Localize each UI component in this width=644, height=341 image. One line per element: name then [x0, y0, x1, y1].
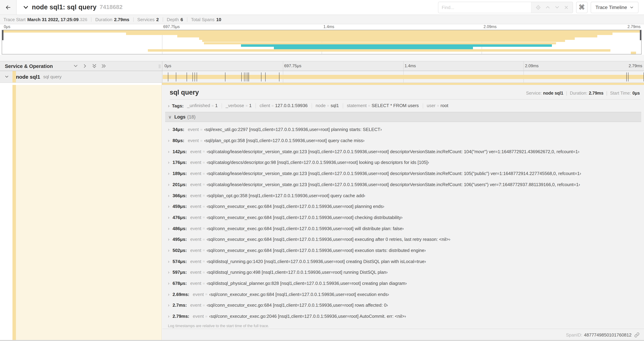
collapse-one-icon[interactable] [73, 63, 78, 69]
log-equals: = [203, 182, 205, 187]
trace-meta-bar: Trace Start March 31 2022, 17:25:09.326 … [0, 15, 644, 24]
log-row[interactable]: ›678μs:event=‹sql/distsql_physical_plann… [165, 278, 641, 289]
log-expand-chevron-icon[interactable]: › [168, 292, 170, 297]
log-timestamp: 2.79ms: [172, 314, 190, 319]
log-expand-chevron-icon[interactable]: › [168, 226, 170, 231]
minimap-span-bar [631, 52, 636, 54]
log-row[interactable]: ›80μs:event=‹sql/plan_opt.go:358 [nsql1,… [165, 135, 641, 146]
expand-one-icon[interactable] [82, 63, 88, 69]
trace-view-selector[interactable]: Trace Timeline [590, 2, 638, 13]
log-expand-chevron-icon[interactable]: › [168, 215, 170, 220]
log-equals: = [203, 248, 205, 252]
span-bar-cell[interactable] [162, 71, 644, 83]
log-timestamp: 495μs: [172, 237, 187, 242]
back-button[interactable] [0, 0, 16, 15]
log-timestamp: 502μs: [172, 248, 187, 253]
tag-equals: = [327, 104, 329, 108]
collapse-trace-chevron-icon[interactable] [23, 4, 29, 10]
log-equals: = [203, 226, 205, 230]
log-expand-chevron-icon[interactable]: › [168, 270, 170, 275]
log-row[interactable]: ›502μs:event=‹sql/conn_executor_exec.go:… [165, 245, 641, 256]
log-timestamp: 574μs: [172, 259, 187, 264]
logs-section-header[interactable]: ∨ Logs (18) [165, 112, 641, 122]
span-id-value: 4877749850101760812 [584, 332, 632, 337]
log-row[interactable]: ›574μs:event=‹sql/distsql_running.go:142… [165, 256, 641, 267]
log-expand-chevron-icon[interactable]: › [168, 182, 170, 187]
log-expand-chevron-icon[interactable]: › [168, 127, 170, 132]
tick-label: 697.75μs [163, 25, 180, 29]
log-expand-chevron-icon[interactable]: › [168, 248, 170, 253]
log-event-tick [197, 72, 197, 82]
log-equals: = [205, 314, 208, 318]
span-duration-bar[interactable] [163, 75, 644, 79]
log-field-key: event [190, 270, 201, 275]
log-expand-chevron-icon[interactable]: › [168, 193, 170, 198]
minimap-left-drag-handle[interactable] [2, 30, 4, 40]
log-row[interactable]: ›34μs:event=‹sql/exec_util.go:2297 [nsql… [165, 124, 641, 135]
service-operation-header: Service & Operation [0, 61, 162, 71]
log-expand-chevron-icon[interactable]: › [168, 149, 170, 154]
copy-span-link-icon[interactable] [634, 332, 640, 337]
log-event-tick [194, 72, 195, 82]
log-expand-chevron-icon[interactable]: › [168, 314, 170, 319]
log-row[interactable]: ›366μs:event=‹sql/plan_opt.go:358 [nsql1… [165, 190, 641, 201]
span-color-stripe [12, 71, 16, 83]
log-row[interactable]: ›476μs:event=‹sql/conn_executor_exec.go:… [165, 212, 641, 223]
keyboard-shortcuts-button[interactable]: ⌘ [576, 2, 588, 13]
tag-item: _verbose=1 [226, 103, 252, 108]
log-row[interactable]: ›459μs:event=‹sql/conn_executor_exec.go:… [165, 201, 641, 212]
prev-match-icon[interactable] [545, 5, 550, 10]
span-row-name-cell[interactable]: node sql1 sql query [0, 71, 162, 83]
tags-label: Tags: [172, 103, 184, 108]
clear-find-icon[interactable] [564, 5, 568, 10]
span-collapse-chevron-icon[interactable] [4, 75, 9, 79]
log-row[interactable]: ›176μs:event=‹sql/catalog/descs/descript… [165, 157, 641, 168]
tags-expand-chevron-icon[interactable]: › [168, 103, 170, 109]
log-row[interactable]: ›597μs:event=‹sql/distsql_running.go:498… [165, 267, 641, 278]
tick-label: 2.79ms [628, 63, 642, 68]
command-icon: ⌘ [578, 4, 585, 11]
log-event-tick [626, 72, 627, 82]
log-expand-chevron-icon[interactable]: › [168, 259, 170, 264]
log-expand-chevron-icon[interactable]: › [168, 204, 170, 209]
header-controls: ⌘ Trace Timeline [438, 2, 638, 13]
log-equals: = [203, 193, 205, 198]
trace-duration: Duration 2.79ms [96, 17, 129, 22]
log-expand-chevron-icon[interactable]: › [168, 303, 170, 308]
next-match-icon[interactable] [554, 5, 559, 10]
log-row[interactable]: ›2.7ms:event=‹sql/conn_executor_exec.go:… [165, 300, 641, 311]
log-row[interactable]: ›2.69ms:event=‹sql/conn_executor_exec.go… [165, 289, 641, 300]
log-row[interactable]: ›2.79ms:event=‹sql/conn_executor_exec.go… [165, 311, 641, 322]
trace-minimap[interactable] [2, 30, 642, 54]
log-row[interactable]: ›142μs:event=‹sql/catalog/lease/descript… [165, 146, 641, 157]
log-event-value: ‹sql/conn_executor_exec.go:684 [nsql1,cl… [207, 303, 388, 308]
log-timestamp: 201μs: [172, 182, 187, 187]
collapse-all-icon[interactable] [92, 63, 97, 69]
locate-match-icon[interactable] [536, 5, 541, 10]
span-service-name: node sql1 [16, 74, 40, 80]
log-expand-chevron-icon[interactable]: › [168, 171, 170, 176]
minimap-span-bar [126, 33, 612, 35]
log-event-value: ‹sql/distsql_physical_planner.go:828 [ns… [207, 281, 407, 286]
log-field-key: event [190, 259, 201, 264]
find-input[interactable] [438, 2, 531, 13]
divider [342, 103, 343, 109]
log-event-value: ‹sql/conn_executor_exec.go:684 [nsql1,cl… [209, 292, 389, 297]
log-row[interactable]: ›486μs:event=‹sql/conn_executor_exec.go:… [165, 223, 641, 234]
log-field-key: event [190, 160, 201, 165]
log-expand-chevron-icon[interactable]: › [168, 281, 170, 286]
log-expand-chevron-icon[interactable]: › [168, 160, 170, 165]
tags-row[interactable]: › Tags: _unfinished=1_verbose=1client=12… [162, 100, 644, 112]
log-row[interactable]: ›495μs:event=‹sql/conn_executor_exec.go:… [165, 234, 641, 245]
expand-all-icon[interactable] [101, 63, 106, 69]
log-row[interactable]: ›189μs:event=‹sql/catalog/lease/descript… [165, 168, 641, 179]
trace-depth: Depth 6 [167, 17, 183, 22]
log-expand-chevron-icon[interactable]: › [168, 237, 170, 242]
log-expand-chevron-icon[interactable]: › [168, 138, 170, 143]
column-resize-grip[interactable] [159, 65, 160, 68]
logs-collapse-chevron-icon[interactable]: ∨ [168, 114, 172, 120]
minimap-right-drag-handle[interactable] [640, 30, 641, 40]
log-timestamp: 2.7ms: [172, 303, 187, 308]
tag-equals: = [437, 104, 439, 108]
log-row[interactable]: ›201μs:event=‹sql/catalog/lease/descript… [165, 179, 641, 190]
